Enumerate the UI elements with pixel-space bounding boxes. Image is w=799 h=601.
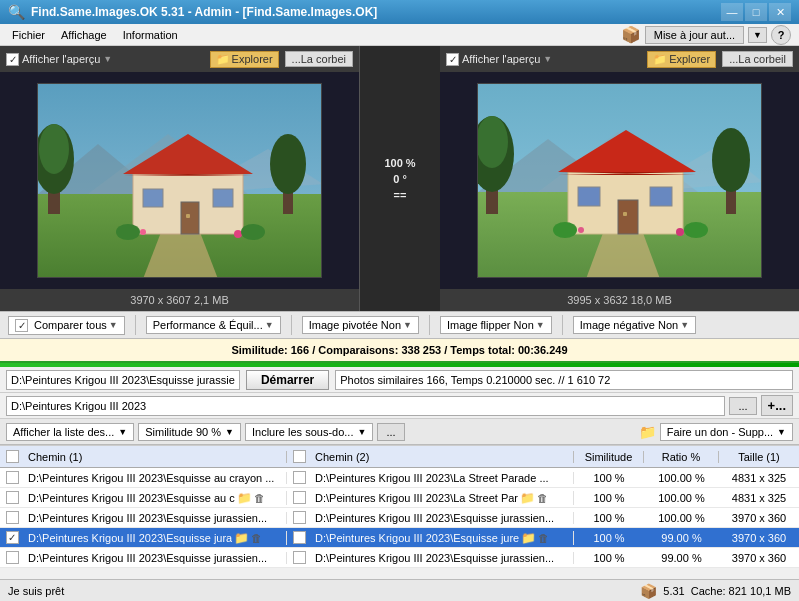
select-all-checkbox[interactable] — [6, 450, 19, 463]
right-preview-check[interactable]: ✓ Afficher l'aperçu ▼ — [446, 53, 552, 66]
select-all2-checkbox[interactable] — [293, 450, 306, 463]
row-checkbox2-2[interactable] — [287, 511, 311, 524]
status-folder-icon: 📦 — [640, 583, 657, 599]
row-folder-icon2-1: 📁 — [520, 491, 535, 505]
left-image-info: 3970 x 3607 2,1 MB — [130, 294, 228, 306]
row-check-4[interactable] — [6, 551, 19, 564]
toolbar-dropdown-button[interactable]: ▼ — [748, 27, 767, 43]
left-preview-checkbox[interactable]: ✓ — [6, 53, 19, 66]
compare-all-label: Comparer tous — [34, 319, 107, 331]
row-path1-1: D:\Peintures Krigou III 2023\Esquisse au… — [24, 491, 287, 505]
row-checkbox-3[interactable]: ✓ — [0, 531, 24, 544]
table-row[interactable]: D:\Peintures Krigou III 2023\Esquisse ju… — [0, 508, 799, 528]
row-path1-text-0: D:\Peintures Krigou III 2023\Esquisse au… — [28, 472, 274, 484]
start-button[interactable]: Démarrer — [246, 370, 329, 390]
row-checkbox-1[interactable] — [0, 491, 24, 504]
folder-path-input[interactable] — [6, 396, 725, 416]
maximize-button[interactable]: □ — [745, 3, 767, 21]
performance-dropdown[interactable]: Performance & Équil... ▼ — [146, 316, 281, 334]
left-explorer-button[interactable]: 📁 Explorer — [210, 51, 279, 68]
row-checkbox2-0[interactable] — [287, 471, 311, 484]
separator-3 — [429, 315, 430, 335]
update-button[interactable]: Mise à jour aut... — [645, 26, 744, 44]
include-label: Inclure les sous-do... — [252, 426, 354, 438]
row-check-2[interactable] — [6, 511, 19, 524]
row-path2-4: D:\Peintures Krigou III 2023\Esquisse ju… — [311, 552, 574, 564]
row-check2-4[interactable] — [293, 551, 306, 564]
row-ratio-4: 99.00 % — [644, 552, 719, 564]
row-recycle-icon-1: 🗑 — [254, 492, 265, 504]
include-dropdown[interactable]: Inclure les sous-do... ▼ — [245, 423, 373, 441]
title-bar: 🔍 Find.Same.Images.OK 5.31 - Admin - [Fi… — [0, 0, 799, 24]
separator-2 — [291, 315, 292, 335]
row-path2-2: D:\Peintures Krigou III 2023\Esquisse ju… — [311, 512, 574, 524]
svg-point-33 — [477, 116, 508, 168]
row-check2-2[interactable] — [293, 511, 306, 524]
browse-button[interactable]: ... — [729, 397, 756, 415]
right-preview-label: Afficher l'aperçu — [462, 53, 540, 65]
svg-point-23 — [116, 224, 140, 240]
negative-dropdown[interactable]: Image négative Non ▼ — [573, 316, 696, 334]
list-arrow: ▼ — [118, 427, 127, 437]
left-image-panel: ✓ Afficher l'aperçu ▼ 📁 Explorer ...La c… — [0, 46, 360, 311]
row-check-1[interactable] — [6, 491, 19, 504]
flipper-dropdown[interactable]: Image flipper Non ▼ — [440, 316, 552, 334]
row-check2-1[interactable] — [293, 491, 306, 504]
row-check-3[interactable]: ✓ — [6, 531, 19, 544]
close-button[interactable]: ✕ — [769, 3, 791, 21]
row-check2-3[interactable] — [293, 531, 306, 544]
row-path1-text-3: D:\Peintures Krigou III 2023\Esquisse ju… — [28, 532, 232, 544]
svg-point-10 — [270, 134, 306, 194]
row-sim-0: 100 % — [574, 472, 644, 484]
row-sim-2: 100 % — [574, 512, 644, 524]
svg-point-49 — [684, 222, 708, 238]
right-preview-checkbox[interactable]: ✓ — [446, 53, 459, 66]
list-dropdown[interactable]: Afficher la liste des... ▼ — [6, 423, 134, 441]
row-check2-0[interactable] — [293, 471, 306, 484]
dots-button[interactable]: ... — [377, 423, 404, 441]
help-button[interactable]: ? — [771, 25, 791, 45]
menu-affichage[interactable]: Affichage — [53, 24, 115, 45]
left-bin-button[interactable]: ...La corbei — [285, 51, 353, 67]
row-checkbox-2[interactable] — [0, 511, 24, 524]
row-checkbox2-1[interactable] — [287, 491, 311, 504]
row-path1-text-2: D:\Peintures Krigou III 2023\Esquisse ju… — [28, 512, 267, 524]
menu-fichier[interactable]: Fichier — [4, 24, 53, 45]
control-bar: ✓ Comparer tous ▼ Performance & Équil...… — [0, 311, 799, 339]
app-icon: 🔍 — [8, 4, 25, 20]
title-text: Find.Same.Images.OK 5.31 - Admin - [Find… — [31, 5, 721, 19]
right-painting — [477, 83, 762, 278]
right-bin-button[interactable]: ...La corbeil — [722, 51, 793, 67]
row-checkbox-4[interactable] — [0, 551, 24, 564]
add-folder-button[interactable]: +... — [761, 395, 793, 416]
table-row[interactable]: D:\Peintures Krigou III 2023\Esquisse au… — [0, 468, 799, 488]
left-image-container — [0, 72, 359, 289]
pivotee-dropdown[interactable]: Image pivotée Non ▼ — [302, 316, 419, 334]
table-row[interactable]: ✓ D:\Peintures Krigou III 2023\Esquisse … — [0, 528, 799, 548]
table-row[interactable]: D:\Peintures Krigou III 2023\Esquisse au… — [0, 488, 799, 508]
svg-point-46 — [676, 228, 684, 236]
row-checkbox-0[interactable] — [0, 471, 24, 484]
row-folder-icon-1: 📁 — [237, 491, 252, 505]
menu-information[interactable]: Information — [115, 24, 186, 45]
image-path-input[interactable] — [6, 370, 240, 390]
window-controls: — □ ✕ — [721, 3, 791, 21]
compare-all-dropdown[interactable]: ✓ Comparer tous ▼ — [8, 316, 125, 335]
minimize-button[interactable]: — — [721, 3, 743, 21]
left-preview-check[interactable]: ✓ Afficher l'aperçu ▼ — [6, 53, 112, 66]
compare-all-checkbox[interactable]: ✓ — [15, 319, 28, 332]
svg-rect-40 — [578, 187, 600, 206]
row-path2-1: D:\Peintures Krigou III 2023\La Street P… — [311, 491, 574, 505]
row-checkbox2-4[interactable] — [287, 551, 311, 564]
row-check-0[interactable] — [6, 471, 19, 484]
performance-label: Performance & Équil... — [153, 319, 263, 331]
center-comparison-info: 100 % 0 ° == — [360, 46, 440, 311]
row-checkbox2-3[interactable] — [287, 531, 311, 544]
image-panels: ✓ Afficher l'aperçu ▼ 📁 Explorer ...La c… — [0, 46, 799, 311]
don-dropdown[interactable]: Faire un don - Supp... ▼ — [660, 423, 793, 441]
row-ratio-2: 100.00 % — [644, 512, 719, 524]
right-explorer-button[interactable]: 📁 Explorer — [647, 51, 716, 68]
row-size-3: 3970 x 360 — [719, 532, 799, 544]
table-row[interactable]: D:\Peintures Krigou III 2023\Esquisse ju… — [0, 548, 799, 568]
similarity-dropdown[interactable]: Similitude 90 % ▼ — [138, 423, 241, 441]
